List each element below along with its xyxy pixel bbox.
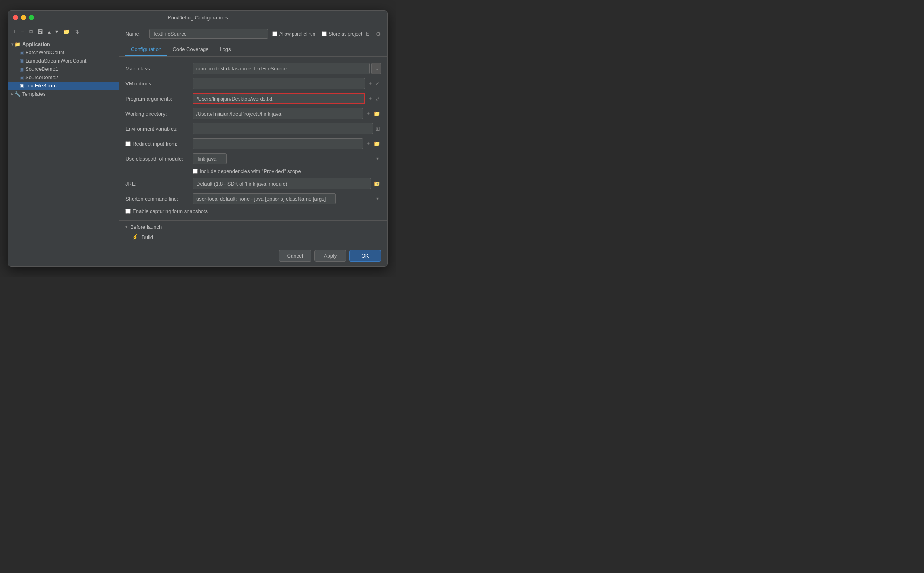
store-project-checkbox[interactable] — [322, 31, 327, 36]
tree-item-label: Application — [22, 41, 50, 47]
tree-item-label: BatchWordCount — [25, 49, 64, 55]
program-args-wrap: ＋ ⤢ — [193, 93, 381, 104]
allow-parallel-label[interactable]: Allow parallel run — [272, 31, 315, 37]
sort-button[interactable]: ⇅ — [73, 28, 81, 36]
cancel-button[interactable]: Cancel — [279, 250, 311, 262]
env-vars-input[interactable] — [193, 123, 373, 134]
shorten-cmd-label: Shorten command line: — [125, 196, 189, 202]
redirect-label-wrap: Redirect input from: — [125, 141, 189, 147]
env-vars-row: Environment variables: ⊞ — [125, 123, 381, 134]
env-vars-expand-button[interactable]: ⊞ — [375, 125, 381, 133]
allow-parallel-checkbox[interactable] — [272, 31, 277, 36]
program-args-row: Program arguments: ＋ ⤢ — [125, 93, 381, 104]
redirect-folder-button[interactable]: 📁 — [373, 139, 381, 148]
build-icon: ⚡ — [132, 234, 138, 240]
working-dir-label: Working directory: — [125, 111, 189, 117]
env-vars-label: Environment variables: — [125, 126, 189, 132]
move-down-button[interactable]: ▾ — [54, 28, 60, 36]
classpath-label: Use classpath of module: — [125, 156, 189, 162]
jre-select[interactable]: Default (1.8 - SDK of 'flink-java' modul… — [193, 178, 371, 189]
main-class-wrap: ... — [193, 63, 381, 74]
tab-configuration[interactable]: Configuration — [125, 43, 167, 56]
redirect-add-button[interactable]: ＋ — [365, 139, 372, 148]
shorten-cmd-row: Shorten command line: user-local default… — [125, 193, 381, 204]
env-vars-actions: ⊞ — [375, 125, 381, 133]
main-class-row: Main class: ... — [125, 63, 381, 74]
tab-code-coverage[interactable]: Code Coverage — [167, 43, 214, 56]
folder-button[interactable]: 📁 — [61, 28, 71, 36]
classpath-select[interactable]: flink-java — [193, 153, 227, 164]
tree-item-application[interactable]: ▾ 📁 Application — [8, 40, 119, 48]
name-row: Name: Allow parallel run Store as projec… — [119, 25, 387, 43]
working-dir-add-button[interactable]: ＋ — [365, 109, 372, 118]
tab-logs[interactable]: Logs — [214, 43, 236, 56]
program-args-label: Program arguments: — [125, 96, 189, 102]
maximize-button[interactable] — [29, 15, 34, 20]
program-args-expand-button[interactable]: ⤢ — [375, 94, 381, 103]
program-args-input[interactable] — [193, 93, 365, 104]
minimize-button[interactable] — [21, 15, 26, 20]
working-dir-folder-button[interactable]: 📁 — [373, 109, 381, 118]
program-args-actions: ＋ ⤢ — [367, 94, 381, 103]
enable-snapshots-label[interactable]: Enable capturing form snapshots — [125, 208, 208, 214]
save-config-button[interactable]: 🖫 — [36, 28, 45, 36]
tree-item-sourcedemo2[interactable]: ▣ SourceDemo2 — [8, 73, 119, 82]
tree-item-label: SourceDemo1 — [25, 66, 58, 72]
build-item: ⚡ Build — [125, 232, 381, 242]
redirect-actions: ＋ 📁 — [365, 139, 381, 148]
toolbar: + − ⧉ 🖫 ▴ ▾ 📁 ⇅ — [8, 25, 119, 38]
before-launch-section: ▾ Before launch ⚡ Build — [119, 220, 387, 245]
before-launch-arrow: ▾ — [125, 224, 128, 230]
redirect-label: Redirect input from: — [133, 141, 177, 147]
dialog-title: Run/Debug Configurations — [167, 15, 228, 21]
before-launch-title: Before launch — [130, 224, 162, 230]
jre-folder-button[interactable]: 📁 — [373, 180, 381, 188]
apply-button[interactable]: Apply — [314, 250, 346, 262]
tree-item-label: Templates — [22, 91, 45, 97]
close-button[interactable] — [13, 15, 18, 20]
config-icon: ▣ — [19, 83, 24, 89]
copy-config-button[interactable]: ⧉ — [27, 27, 34, 36]
include-deps-checkbox[interactable] — [193, 169, 198, 174]
shorten-cmd-select-wrap: user-local default: none - java [options… — [193, 193, 381, 204]
vm-options-input[interactable] — [193, 78, 365, 89]
main-class-input[interactable] — [193, 63, 370, 74]
name-input[interactable] — [149, 29, 268, 39]
tree-item-textfilesource[interactable]: ▣ TextFileSource — [8, 82, 119, 90]
jre-label: JRE: — [125, 181, 189, 187]
classpath-row: Use classpath of module: flink-java — [125, 153, 381, 164]
expand-arrow: ▾ — [11, 42, 13, 46]
include-deps-label[interactable]: Include dependencies with "Provided" sco… — [193, 168, 301, 174]
remove-config-button[interactable]: − — [19, 28, 26, 36]
store-project-label[interactable]: Store as project file — [322, 31, 369, 37]
title-bar: Run/Debug Configurations — [8, 11, 387, 25]
vm-options-add-button[interactable]: ＋ — [367, 79, 374, 88]
folder-icon: 📁 — [15, 42, 21, 47]
vm-options-wrap: ＋ ⤢ — [193, 78, 381, 89]
tree-item-sourcedemo1[interactable]: ▣ SourceDemo1 — [8, 65, 119, 73]
gear-icon[interactable]: ⚙ — [376, 31, 381, 37]
working-dir-input[interactable] — [193, 108, 363, 119]
left-panel: + − ⧉ 🖫 ▴ ▾ 📁 ⇅ ▾ 📁 Application ▣ — [8, 25, 119, 266]
program-args-add-button[interactable]: ＋ — [367, 94, 374, 103]
jre-row: JRE: Default (1.8 - SDK of 'flink-java' … — [125, 178, 381, 189]
enable-snapshots-checkbox[interactable] — [125, 209, 131, 214]
tree-item-batchwordcount[interactable]: ▣ BatchWordCount — [8, 48, 119, 57]
redirect-input[interactable] — [193, 138, 363, 149]
move-up-button[interactable]: ▴ — [46, 28, 52, 36]
vm-options-expand-button[interactable]: ⤢ — [375, 79, 381, 88]
ok-button[interactable]: OK — [349, 250, 381, 262]
working-dir-row: Working directory: ＋ 📁 — [125, 108, 381, 119]
tree-item-lambdastreamwordcount[interactable]: ▣ LambdaStreamWordCount — [8, 57, 119, 65]
working-dir-actions: ＋ 📁 — [365, 109, 381, 118]
main-class-browse-button[interactable]: ... — [371, 63, 381, 74]
tree-item-templates[interactable]: ▸ 🔧 Templates — [8, 90, 119, 98]
shorten-cmd-select[interactable]: user-local default: none - java [options… — [193, 193, 336, 204]
before-launch-header[interactable]: ▾ Before launch — [125, 224, 381, 230]
redirect-checkbox[interactable] — [125, 141, 131, 146]
wrench-icon: 🔧 — [15, 91, 21, 97]
add-config-button[interactable]: + — [11, 28, 18, 36]
name-options: Allow parallel run Store as project file… — [272, 31, 381, 37]
vm-options-label: VM options: — [125, 81, 189, 87]
dialog-footer: Cancel Apply OK — [119, 245, 387, 266]
